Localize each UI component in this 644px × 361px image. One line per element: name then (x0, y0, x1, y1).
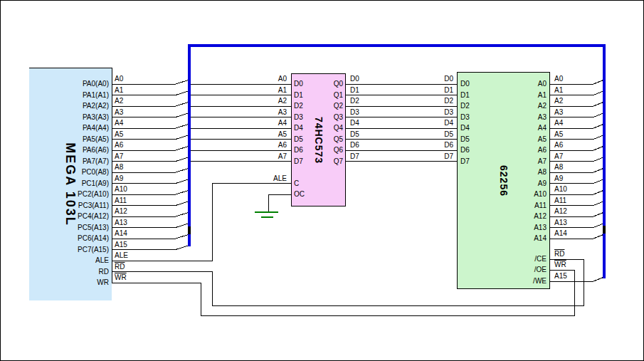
pin-sram-A14: A14 (501, 234, 547, 242)
net-label-A2: A2 (115, 98, 143, 105)
net-label-D2: D2 (429, 98, 453, 105)
net-label-A1: A1 (115, 87, 143, 94)
net-label-ALE: ALE (115, 252, 143, 259)
net-label-A4: A4 (115, 120, 143, 127)
net-label-A5: A5 (263, 131, 287, 138)
pin-latch-Q6: Q6 (320, 146, 343, 154)
pin-mega-PC4(A12): PC4(A12) (40, 212, 109, 220)
net-label-RD: RD (115, 263, 143, 271)
pin-mega-ALE: ALE (40, 256, 109, 264)
pin-latch-Q2: Q2 (320, 102, 343, 110)
net-label-A8: A8 (115, 164, 143, 171)
pin-latch-D3: D3 (294, 113, 322, 121)
net-label-A1: A1 (263, 87, 287, 94)
pin-sram-A2: A2 (501, 102, 547, 110)
pin-latch-Q7: Q7 (320, 157, 343, 165)
net-label-D4: D4 (350, 120, 379, 127)
pin-sram-D5: D5 (460, 135, 489, 143)
pin-sram-A5: A5 (501, 135, 547, 143)
pin-sram-A8: A8 (501, 168, 547, 176)
net-label-A7: A7 (554, 153, 583, 160)
net-label-D3: D3 (429, 109, 453, 116)
pin-sram-A9: A9 (501, 179, 547, 187)
net-label-A14: A14 (115, 230, 143, 237)
pin-mega-PA4(A4): PA4(A4) (40, 124, 109, 132)
pin-latch-Q1: Q1 (320, 91, 343, 99)
net-label-D5: D5 (429, 131, 453, 138)
pin-mega-WR: WR (40, 278, 109, 286)
pin-latch-D0: D0 (294, 80, 322, 88)
net-label-D4: D4 (429, 120, 453, 127)
net-label-D0: D0 (350, 75, 379, 83)
pin-mega-PA1(A1): PA1(A1) (40, 91, 109, 99)
pin-latch-D1: D1 (294, 91, 322, 99)
pin-mega-PC7(A15): PC7(A15) (40, 246, 109, 253)
net-label-A10: A10 (115, 186, 143, 193)
net-label-A10: A10 (554, 186, 583, 193)
pin-sram-D2: D2 (460, 102, 489, 110)
net-label-D7: D7 (429, 153, 453, 160)
pin-sram-D0: D0 (460, 80, 489, 88)
net-label-A3: A3 (115, 109, 143, 116)
net-label-ale: ALE (263, 175, 287, 182)
net-label-D1: D1 (429, 87, 453, 94)
pin-latch-OC: OC (294, 190, 322, 198)
net-label-A6: A6 (263, 142, 287, 149)
pin-sram-D4: D4 (460, 124, 489, 132)
net-label-A9: A9 (115, 175, 143, 182)
pin-latch-Q0: Q0 (320, 80, 343, 88)
net-label-RD: RD (554, 251, 583, 258)
bus-junction-mark (188, 226, 191, 234)
net-label-A11: A11 (554, 197, 583, 204)
pin-latch-Q5: Q5 (320, 135, 343, 143)
net-label-A3: A3 (554, 109, 583, 116)
pin-sram-A1: A1 (501, 91, 547, 99)
pin-mega-RD: RD (40, 268, 109, 276)
pin-mega-PC0(A8): PC0(A8) (40, 168, 109, 176)
net-label-A5: A5 (554, 131, 583, 138)
bus-junction-mark (603, 226, 606, 234)
pin-mega-PC6(A14): PC6(A14) (40, 234, 109, 242)
net-label-D6: D6 (429, 142, 453, 149)
pin-latch-D6: D6 (294, 146, 322, 154)
net-label-D5: D5 (350, 131, 379, 138)
net-label-A5: A5 (115, 131, 143, 138)
pin-sram-A6: A6 (501, 146, 547, 154)
net-label-A0: A0 (263, 75, 287, 83)
pin-latch-Q4: Q4 (320, 124, 343, 132)
net-label-A2: A2 (263, 98, 287, 105)
net-label-A2: A2 (554, 98, 583, 105)
net-label-A11: A11 (115, 197, 143, 204)
net-label-A0: A0 (115, 75, 143, 83)
net-label-A4: A4 (263, 120, 287, 127)
net-label-A12: A12 (115, 208, 143, 215)
net-label-A8: A8 (554, 164, 583, 171)
net-label-A0: A0 (554, 75, 583, 83)
pin-mega-PA2(A2): PA2(A2) (40, 102, 109, 110)
pin-sram-D3: D3 (460, 113, 489, 121)
pin-sram-nWE: /WE (501, 277, 547, 285)
net-label-A13: A13 (554, 219, 583, 226)
net-label-A15: A15 (115, 241, 143, 248)
pin-mega-PA7(A7): PA7(A7) (40, 157, 109, 165)
net-label-D0: D0 (429, 75, 453, 83)
pin-sram-A13: A13 (501, 224, 547, 231)
net-label-A7: A7 (115, 153, 143, 160)
pin-latch-D4: D4 (294, 124, 322, 132)
wire (255, 212, 278, 217)
pin-sram-A10: A10 (501, 190, 547, 198)
net-label-A3: A3 (263, 109, 287, 116)
net-label-WR: WR (115, 274, 143, 281)
pin-latch-D2: D2 (294, 102, 322, 110)
net-label-A1: A1 (554, 87, 583, 94)
pin-latch-C: C (294, 179, 322, 187)
pin-latch-Q3: Q3 (320, 113, 343, 121)
pin-latch-D5: D5 (294, 135, 322, 143)
pin-sram-nCE: /CE (501, 255, 547, 263)
pin-latch-D7: D7 (294, 157, 322, 165)
pin-sram-D7: D7 (460, 157, 489, 165)
net-label-D7: D7 (350, 153, 379, 160)
pin-sram-A3: A3 (501, 113, 547, 121)
pin-sram-D1: D1 (460, 91, 489, 99)
pin-mega-PC2(A10): PC2(A10) (40, 190, 109, 198)
